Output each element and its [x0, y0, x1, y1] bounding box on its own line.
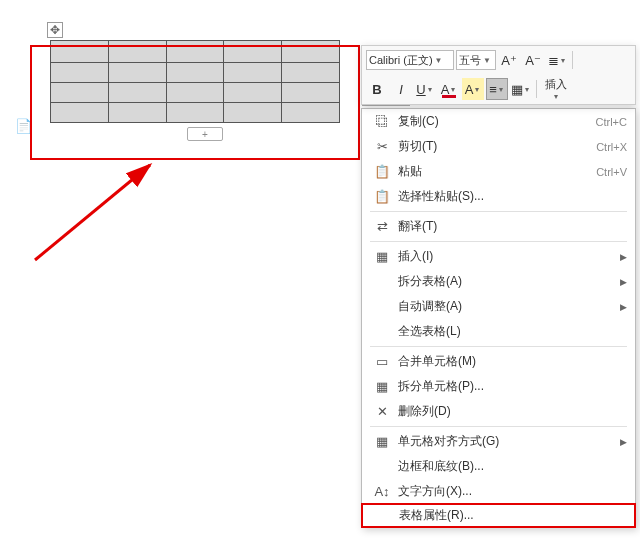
- text-dir-icon: A↕: [370, 484, 394, 499]
- bold-button[interactable]: B: [366, 78, 388, 100]
- chevron-down-icon: ▼: [481, 56, 493, 65]
- menu-item-label: 拆分单元格(P)...: [394, 378, 627, 395]
- line-spacing-button[interactable]: ≣▾: [546, 49, 568, 71]
- font-size-select[interactable]: 五号 ▼: [456, 50, 496, 70]
- align-button[interactable]: ≡▾: [486, 78, 508, 100]
- menu-item-label: 自动调整(A): [394, 298, 616, 315]
- document-icon: 📄: [15, 118, 32, 134]
- menu-separator: [370, 346, 627, 347]
- italic-button[interactable]: I: [390, 78, 412, 100]
- document-area: ✥ +: [50, 40, 360, 155]
- menu-item[interactable]: ✕删除列(D): [362, 399, 635, 424]
- menu-separator: [370, 241, 627, 242]
- menu-shortcut: Ctrl+V: [596, 166, 627, 178]
- cut-icon: ✂: [370, 139, 394, 154]
- table-move-handle[interactable]: ✥: [47, 22, 63, 38]
- menu-item[interactable]: ✂剪切(T)Ctrl+X: [362, 134, 635, 159]
- menu-item-label: 表格属性(R)...: [395, 507, 626, 524]
- border-button[interactable]: ▦▾: [510, 78, 532, 100]
- menu-item-label: 文字方向(X)...: [394, 483, 627, 500]
- menu-item[interactable]: ⇄翻译(T): [362, 214, 635, 239]
- menu-item[interactable]: 📋选择性粘贴(S)...: [362, 184, 635, 209]
- menu-item-label: 插入(I): [394, 248, 616, 265]
- menu-item-label: 拆分表格(A): [394, 273, 616, 290]
- font-size-label: 五号: [459, 53, 481, 68]
- menu-item-label: 剪切(T): [394, 138, 596, 155]
- menu-item[interactable]: 自动调整(A)▶: [362, 294, 635, 319]
- copy-icon: ⿻: [370, 114, 394, 129]
- insert-icon: ▦: [370, 249, 394, 264]
- chevron-right-icon: ▶: [616, 277, 627, 287]
- translate-icon: ⇄: [370, 219, 394, 234]
- chevron-right-icon: ▶: [616, 252, 627, 262]
- plus-icon: +: [202, 129, 208, 140]
- menu-item[interactable]: 表格属性(R)...: [361, 503, 636, 528]
- menu-item[interactable]: 全选表格(L): [362, 319, 635, 344]
- font-increase-button[interactable]: A⁺: [498, 49, 520, 71]
- menu-item-label: 翻译(T): [394, 218, 627, 235]
- menu-item[interactable]: 📋粘贴Ctrl+V: [362, 159, 635, 184]
- menu-item[interactable]: ▭合并单元格(M): [362, 349, 635, 374]
- menu-item-label: 删除列(D): [394, 403, 627, 420]
- menu-item[interactable]: ▦拆分单元格(P)...: [362, 374, 635, 399]
- menu-item-label: 边框和底纹(B)...: [394, 458, 627, 475]
- menu-separator: [370, 426, 627, 427]
- paste-icon: 📋: [370, 164, 394, 179]
- mini-toolbar: Calibri (正文) ▼ 五号 ▼ A⁺ A⁻ ≣▾ B I U▾ A▾ A…: [361, 45, 636, 105]
- menu-item[interactable]: ⿻复制(C)Ctrl+C: [362, 109, 635, 134]
- paste-special-icon: 📋: [370, 189, 394, 204]
- font-name-label: Calibri (正文): [369, 53, 433, 68]
- menu-item[interactable]: ▦插入(I)▶: [362, 244, 635, 269]
- align-icon: ▦: [370, 434, 394, 449]
- separator: [536, 80, 537, 98]
- insert-button[interactable]: 插入 ▾: [541, 77, 571, 101]
- font-color-button[interactable]: A▾: [438, 78, 460, 100]
- menu-separator: [370, 211, 627, 212]
- menu-item-label: 合并单元格(M): [394, 353, 627, 370]
- menu-shortcut: Ctrl+X: [596, 141, 627, 153]
- split-icon: ▦: [370, 379, 394, 394]
- document-table[interactable]: [50, 40, 340, 123]
- separator: [572, 51, 573, 69]
- font-name-select[interactable]: Calibri (正文) ▼: [366, 50, 454, 70]
- menu-item[interactable]: 边框和底纹(B)...: [362, 454, 635, 479]
- menu-shortcut: Ctrl+C: [596, 116, 627, 128]
- menu-item[interactable]: 拆分表格(A)▶: [362, 269, 635, 294]
- menu-item-label: 全选表格(L): [394, 323, 627, 340]
- menu-item[interactable]: A↕文字方向(X)...: [362, 479, 635, 504]
- chevron-right-icon: ▶: [616, 302, 627, 312]
- chevron-down-icon: ▾: [552, 92, 560, 101]
- menu-item-label: 单元格对齐方式(G): [394, 433, 616, 450]
- menu-item-label: 粘贴: [394, 163, 596, 180]
- chevron-right-icon: ▶: [616, 437, 627, 447]
- context-menu: ⿻复制(C)Ctrl+C✂剪切(T)Ctrl+X📋粘贴Ctrl+V📋选择性粘贴(…: [361, 108, 636, 528]
- menu-item-label: 复制(C): [394, 113, 596, 130]
- highlight-button[interactable]: A▾: [462, 78, 484, 100]
- add-row-button[interactable]: +: [187, 127, 223, 141]
- underline-button[interactable]: U▾: [414, 78, 436, 100]
- svg-line-1: [35, 165, 150, 260]
- menu-item[interactable]: ▦单元格对齐方式(G)▶: [362, 429, 635, 454]
- menu-item-label: 选择性粘贴(S)...: [394, 188, 627, 205]
- font-decrease-button[interactable]: A⁻: [522, 49, 544, 71]
- annotation-arrow-1: [30, 155, 160, 265]
- merge-icon: ▭: [370, 354, 394, 369]
- delete-icon: ✕: [370, 404, 394, 419]
- chevron-down-icon: ▼: [433, 56, 445, 65]
